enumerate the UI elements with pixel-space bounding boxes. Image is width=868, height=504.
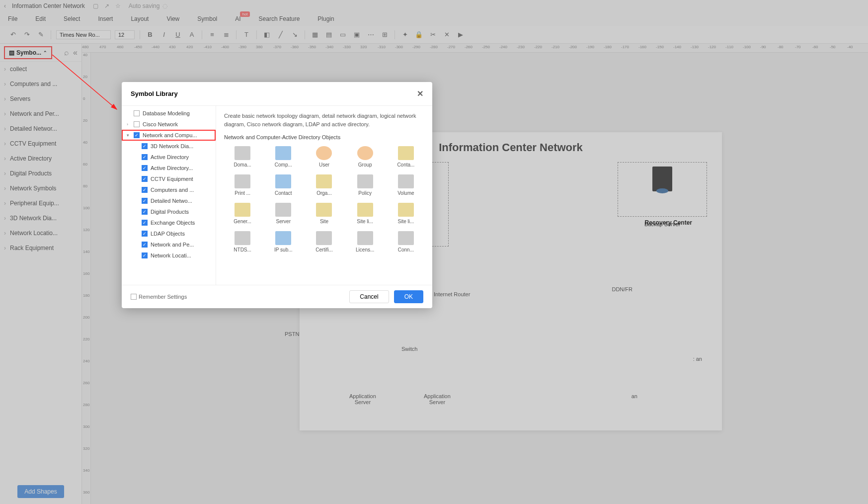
symbol-cell[interactable]: Volume: [388, 174, 424, 196]
symbol-cell[interactable]: Print ...: [224, 174, 261, 196]
modal-header: Symbol Library ✕: [122, 82, 432, 106]
symbol-label: Site li...: [347, 219, 384, 224]
symbol-cell[interactable]: NTDS...: [224, 231, 261, 252]
remember-settings-checkbox[interactable]: Remember Settings: [131, 294, 187, 300]
tree-item[interactable]: Network and Pe...: [122, 239, 216, 250]
symbol-icon: [398, 174, 414, 188]
symbol-cell[interactable]: Site: [306, 203, 342, 224]
symbol-icon: [398, 146, 414, 160]
checkbox-icon[interactable]: [142, 154, 148, 160]
cancel-button[interactable]: Cancel: [349, 290, 389, 303]
symbol-cell[interactable]: Policy: [347, 174, 384, 196]
symbol-icon: [357, 231, 373, 245]
symbol-label: Orga...: [306, 190, 342, 196]
checkbox-icon[interactable]: [142, 209, 148, 215]
tree-item-label: Computers and ...: [151, 187, 194, 193]
tree-item-label: Exchange Objects: [151, 220, 195, 226]
tree-item[interactable]: Active Directory: [122, 152, 216, 163]
symbol-icon: [235, 203, 250, 217]
tree-item[interactable]: ▾Network and Compu...: [122, 130, 216, 141]
tree-item[interactable]: Network Locati...: [122, 250, 216, 261]
symbol-label: Certifi...: [306, 247, 342, 252]
checkbox-icon[interactable]: [142, 143, 148, 149]
tree-item[interactable]: 3D Network Dia...: [122, 141, 216, 152]
symbol-cell[interactable]: Server: [265, 203, 302, 224]
symbol-icon: [316, 174, 332, 188]
checkbox-icon[interactable]: [142, 231, 148, 237]
checkbox-icon[interactable]: [142, 198, 148, 204]
caret-icon: ▾: [127, 133, 129, 138]
tree-item[interactable]: Detailed Netwo...: [122, 195, 216, 206]
modal-content: Create basic network topology diagram, d…: [216, 106, 432, 285]
tree-item[interactable]: Digital Products: [122, 206, 216, 217]
symbol-label: Policy: [347, 190, 384, 196]
symbol-icon: [275, 174, 291, 188]
close-icon[interactable]: ✕: [417, 89, 423, 98]
symbol-icon: [357, 174, 373, 188]
symbol-cell[interactable]: Gener...: [224, 203, 261, 224]
tree-item[interactable]: Computers and ...: [122, 184, 216, 195]
tree-item[interactable]: CCTV Equipment: [122, 173, 216, 184]
tree-item[interactable]: Active Directory...: [122, 163, 216, 173]
symbol-cell[interactable]: Orga...: [306, 174, 342, 196]
checkbox-icon[interactable]: [142, 165, 148, 171]
tree-item-label: Network and Pe...: [151, 242, 194, 248]
symbol-cell[interactable]: IP sub...: [265, 231, 302, 252]
symbol-library-modal: Symbol Library ✕ Database Modeling›Cisco…: [122, 82, 432, 308]
symbol-cell[interactable]: Conn...: [388, 231, 424, 252]
tree-item-label: Digital Products: [151, 209, 189, 215]
symbol-icon: [235, 174, 250, 188]
symbol-icon: [357, 146, 373, 160]
checkbox-icon[interactable]: [134, 110, 140, 116]
symbol-label: Gener...: [224, 219, 261, 224]
tree-item-label: 3D Network Dia...: [151, 143, 193, 149]
checkbox-icon[interactable]: [142, 252, 148, 258]
ok-button[interactable]: OK: [394, 290, 423, 303]
tree-item-label: Cisco Network: [143, 121, 178, 127]
tree-item[interactable]: ›Cisco Network: [122, 119, 216, 130]
symbol-icon: [275, 203, 291, 217]
symbol-cell[interactable]: Site li...: [347, 203, 384, 224]
symbol-label: Conta...: [388, 162, 424, 168]
symbol-label: NTDS...: [224, 247, 261, 252]
checkbox-icon[interactable]: [134, 121, 140, 127]
tree-item-label: CCTV Equipment: [151, 176, 193, 182]
tree-item-label: Active Directory: [151, 154, 189, 160]
tree-item-label: Database Modeling: [143, 110, 190, 116]
checkbox-icon[interactable]: [142, 176, 148, 182]
tree-item-label: Detailed Netwo...: [151, 198, 192, 204]
symbol-cell[interactable]: Licens...: [347, 231, 384, 252]
modal-description: Create basic network topology diagram, d…: [224, 112, 424, 128]
modal-tree[interactable]: Database Modeling›Cisco Network▾Network …: [122, 106, 216, 285]
symbol-cell[interactable]: Certifi...: [306, 231, 342, 252]
symbol-icon: [398, 203, 414, 217]
symbol-cell[interactable]: Site li...: [388, 203, 424, 224]
tree-item-label: Active Directory...: [151, 165, 193, 171]
checkbox-icon[interactable]: [134, 132, 140, 138]
symbol-cell[interactable]: Contact: [265, 174, 302, 196]
symbol-grid: Doma...Comp...UserGroupConta...Print ...…: [224, 146, 424, 252]
symbol-cell[interactable]: Group: [347, 146, 384, 168]
tree-item-label: Network Locati...: [151, 252, 191, 258]
symbol-icon: [316, 231, 332, 245]
symbol-label: Licens...: [347, 247, 384, 252]
symbol-label: Site: [306, 219, 342, 224]
checkbox-icon[interactable]: [142, 187, 148, 193]
tree-item[interactable]: LDAP Objects: [122, 228, 216, 239]
symbol-label: Print ...: [224, 190, 261, 196]
tree-item[interactable]: Database Modeling: [122, 108, 216, 119]
caret-icon: ›: [127, 122, 128, 127]
symbol-cell[interactable]: User: [306, 146, 342, 168]
modal-title: Symbol Library: [131, 90, 178, 97]
checkbox-icon[interactable]: [142, 242, 148, 248]
tree-item[interactable]: Exchange Objects: [122, 217, 216, 228]
symbol-icon: [235, 146, 250, 160]
symbol-cell[interactable]: Conta...: [388, 146, 424, 168]
symbol-cell[interactable]: Comp...: [265, 146, 302, 168]
symbol-icon: [316, 203, 332, 217]
symbol-cell[interactable]: Doma...: [224, 146, 261, 168]
symbol-icon: [357, 203, 373, 217]
symbol-label: Comp...: [265, 162, 302, 168]
modal-subtitle: Network and Computer-Active Directory Ob…: [224, 134, 424, 140]
checkbox-icon[interactable]: [142, 220, 148, 226]
